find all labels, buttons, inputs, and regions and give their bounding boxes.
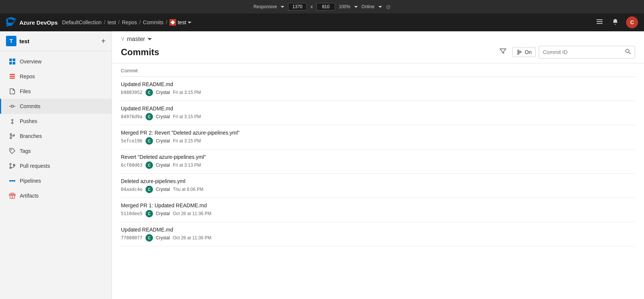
- sidebar-item-tags[interactable]: Tags: [0, 144, 112, 158]
- commit-hash[interactable]: 6cf80d63: [121, 163, 143, 168]
- repos-icon: [9, 73, 16, 80]
- commits-icon: [9, 103, 16, 110]
- width-input[interactable]: [288, 3, 307, 10]
- svg-point-20: [10, 133, 12, 135]
- repo-selector[interactable]: test: [169, 19, 191, 26]
- svg-marker-4: [188, 22, 191, 23]
- commit-message[interactable]: Updated README.md: [121, 106, 635, 111]
- commit-id-search-button[interactable]: [621, 46, 635, 58]
- commit-meta: 77080077 C Crystal Oct 26 at 11:36 PM: [121, 234, 635, 242]
- commit-author: Crystal: [156, 163, 170, 168]
- project-avatar: T: [6, 36, 16, 46]
- commits-title-row: Commits: [121, 45, 635, 63]
- sidebar-item-artifacts[interactable]: Artifacts: [0, 188, 112, 203]
- notifications-icon-button[interactable]: [610, 17, 620, 28]
- sidebar-item-tags-label: Tags: [20, 148, 31, 154]
- commits-controls: On: [497, 45, 635, 59]
- commit-hash[interactable]: 84976d9a: [121, 114, 143, 119]
- table-row: Merged PR 2: Revert "Deleted azure-pipel…: [121, 125, 635, 150]
- sidebar-item-repos[interactable]: Repos: [0, 69, 112, 84]
- breadcrumb-test[interactable]: test: [107, 19, 116, 25]
- overview-svg-icon: [9, 58, 16, 65]
- settings-icon-button[interactable]: [595, 17, 604, 28]
- artifacts-icon: [9, 192, 16, 199]
- commit-message[interactable]: Merged PR 1: Updated README.md: [121, 202, 635, 208]
- commit-hash[interactable]: b9803952: [121, 90, 143, 95]
- tags-svg-icon: [9, 148, 16, 154]
- repo-icon: [169, 19, 176, 26]
- commit-author: Crystal: [156, 187, 170, 192]
- commit-message[interactable]: Updated README.md: [121, 227, 635, 233]
- sidebar-item-pullrequests[interactable]: Pull requests: [0, 158, 112, 173]
- azure-devops-logo[interactable]: Azure DevOps: [6, 17, 58, 28]
- on-toggle-button[interactable]: On: [512, 47, 536, 57]
- svg-rect-29: [9, 180, 11, 182]
- add-project-button[interactable]: +: [101, 37, 106, 45]
- top-nav-right: C: [595, 16, 638, 28]
- sidebar-item-pipelines-label: Pipelines: [20, 178, 41, 184]
- svg-point-25: [10, 163, 11, 165]
- sidebar-item-commits[interactable]: Commits: [0, 99, 112, 114]
- breadcrumb-repos[interactable]: Repos: [122, 19, 137, 25]
- filter-button[interactable]: [497, 45, 509, 59]
- sidebar-item-artifacts-label: Artifacts: [20, 193, 39, 199]
- user-avatar[interactable]: C: [626, 16, 638, 28]
- author-avatar: C: [146, 137, 153, 145]
- repo-diamond-icon: [171, 20, 175, 25]
- svg-rect-7: [597, 23, 603, 24]
- responsive-label: Responsive: [253, 4, 277, 9]
- svg-point-41: [626, 49, 629, 53]
- branch-selector[interactable]: ⑂ master: [121, 36, 635, 43]
- artifacts-svg-icon: [9, 192, 16, 199]
- sidebar-item-pipelines[interactable]: Pipelines: [0, 173, 112, 188]
- list-icon: [596, 18, 603, 25]
- sidebar-item-pushes[interactable]: Pushes: [0, 114, 112, 129]
- commit-id-input[interactable]: [539, 47, 621, 57]
- svg-rect-14: [10, 78, 15, 79]
- files-icon: [9, 88, 16, 95]
- commit-hash[interactable]: 77080077: [121, 235, 143, 240]
- svg-rect-30: [12, 180, 13, 182]
- author-avatar: C: [146, 234, 153, 242]
- table-row: Updated README.md b9803952 C Crystal Fri…: [121, 77, 635, 101]
- commit-message[interactable]: Deleted azure-pipelines.yml: [121, 178, 635, 184]
- svg-rect-6: [597, 21, 603, 22]
- sidebar-item-branches[interactable]: Branches: [0, 129, 112, 144]
- svg-point-15: [11, 105, 13, 107]
- breadcrumb-default-collection[interactable]: DefaultCollection: [62, 19, 102, 25]
- commit-hash[interactable]: 5efce196: [121, 138, 143, 144]
- sidebar-item-branches-label: Branches: [20, 133, 42, 139]
- sidebar-item-files[interactable]: Files: [0, 84, 112, 99]
- commit-time: Fri at 3:13 PM: [173, 163, 201, 168]
- commit-time: Oct 26 at 11:36 PM: [173, 235, 211, 240]
- author-avatar: C: [146, 210, 153, 217]
- commit-author: Crystal: [156, 114, 170, 119]
- on-label: On: [525, 49, 532, 55]
- table-row: Updated README.md 77080077 C Crystal Oct…: [121, 222, 635, 246]
- breadcrumb-commits[interactable]: Commits: [143, 19, 163, 25]
- commit-time: Thu at 8:06 PM: [173, 187, 203, 192]
- commit-id-search: [539, 46, 635, 59]
- sidebar: T test + Overview: [0, 31, 112, 299]
- svg-marker-2: [378, 6, 382, 8]
- height-input[interactable]: [316, 3, 335, 10]
- commit-hash[interactable]: 5110dee5: [121, 211, 143, 216]
- svg-marker-1: [354, 6, 358, 8]
- table-row: Merged PR 1: Updated README.md 5110dee5 …: [121, 198, 635, 222]
- author-avatar: C: [146, 161, 153, 169]
- commit-author: Crystal: [156, 235, 170, 240]
- search-icon: [625, 48, 631, 54]
- commit-message[interactable]: Updated README.md: [121, 81, 635, 87]
- commit-meta: 84976d9a C Crystal Fri at 3:15 PM: [121, 113, 635, 120]
- commit-message[interactable]: Merged PR 2: Revert "Deleted azure-pipel…: [121, 130, 635, 136]
- zoom-label: 100%: [339, 4, 350, 9]
- svg-rect-8: [9, 59, 12, 61]
- status-label: Online: [362, 4, 375, 9]
- files-svg-icon: [9, 88, 16, 95]
- sidebar-item-files-label: Files: [20, 88, 31, 94]
- commit-hash[interactable]: 04aadc4e: [121, 187, 143, 192]
- sidebar-item-overview[interactable]: Overview: [0, 54, 112, 69]
- commit-meta: 5efce196 C Crystal Fri at 3:15 PM: [121, 137, 635, 145]
- pullrequests-svg-icon: [9, 163, 16, 169]
- commit-message[interactable]: Revert "Deleted azure-pipelines.yml": [121, 154, 635, 160]
